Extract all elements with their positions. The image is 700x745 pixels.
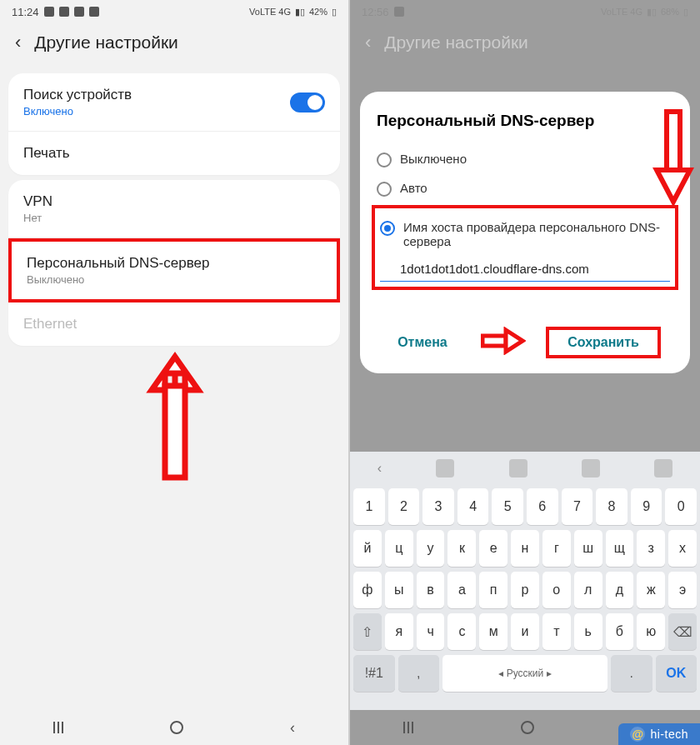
dns-hostname-input[interactable] [380, 258, 670, 282]
key-з[interactable]: з [637, 530, 665, 567]
phone-left: 11:24 VoLTE 4G ▮▯ 42% ▯ ‹ Другие настрой… [0, 0, 350, 745]
back-icon[interactable]: ‹ [15, 32, 21, 53]
key-м[interactable]: м [479, 613, 508, 650]
key-в[interactable]: в [417, 572, 445, 608]
radio-icon[interactable] [377, 152, 392, 168]
key-у[interactable]: у [417, 530, 445, 567]
emoji-icon[interactable] [436, 459, 454, 478]
key-х[interactable]: х [668, 530, 697, 567]
battery-icon: ▯ [332, 7, 337, 18]
signal-icon: ▮▯ [295, 7, 305, 18]
key-0[interactable]: 0 [665, 488, 697, 525]
key-6[interactable]: 6 [527, 488, 558, 525]
row-print[interactable]: Печать [8, 132, 340, 175]
radio-icon[interactable] [377, 182, 392, 197]
key-й[interactable]: й [353, 530, 382, 567]
row-title: Поиск устройств [23, 87, 325, 103]
key-ч[interactable]: ч [417, 613, 445, 650]
nav-recent-icon[interactable] [403, 722, 413, 733]
key-space[interactable]: ◂ Русский ▸ [442, 655, 608, 692]
key-о[interactable]: о [542, 572, 571, 608]
key-9[interactable]: 9 [631, 488, 662, 525]
kb-row-1: 1234567890 [353, 488, 697, 525]
kb-row-5: !#1,◂ Русский ▸.OK [353, 655, 697, 692]
key-р[interactable]: р [511, 572, 539, 608]
row-title: Печать [23, 145, 325, 162]
row-sub: Выключено [27, 273, 322, 286]
key-3[interactable]: 3 [422, 488, 454, 525]
key-е[interactable]: е [479, 530, 508, 567]
radio-hostname[interactable]: Имя хоста провайдера персонального DNS-с… [380, 213, 670, 255]
key-д[interactable]: д [606, 572, 634, 608]
key-н[interactable]: н [511, 530, 539, 567]
key-э[interactable]: э [668, 572, 697, 608]
row-device-search[interactable]: Поиск устройств Включено [8, 73, 340, 132]
key-OK[interactable]: OK [656, 655, 698, 692]
key-г[interactable]: г [542, 530, 571, 567]
key-я[interactable]: я [385, 613, 413, 650]
key-7[interactable]: 7 [562, 488, 593, 525]
row-personal-dns[interactable]: Персональный DNS-сервер Выключено [8, 238, 340, 302]
key-т[interactable]: т [542, 613, 571, 650]
toggle-on-icon[interactable] [290, 92, 325, 112]
key-л[interactable]: л [574, 572, 602, 608]
page-header: ‹ Другие настройки [0, 23, 348, 68]
key-щ[interactable]: щ [606, 530, 634, 567]
annotation-arrow-down-icon [650, 108, 697, 208]
kb-row-3: фывапролджэ [353, 572, 697, 608]
nav-recent-icon[interactable] [53, 722, 63, 733]
nav-home-icon[interactable] [170, 721, 183, 734]
nav-back-icon[interactable]: ‹ [290, 719, 295, 737]
key-ш[interactable]: ш [574, 530, 602, 567]
settings-card-2: VPN Нет Персональный DNS-сервер Выключен… [8, 180, 340, 346]
key-ь[interactable]: ь [574, 613, 602, 650]
key-п[interactable]: п [479, 572, 508, 608]
gear-icon[interactable] [582, 459, 600, 478]
annotation-arrow-up-icon [142, 348, 208, 482]
row-ethernet[interactable]: Ethernet [8, 302, 340, 346]
row-title: Ethernet [23, 316, 325, 332]
row-title: Персональный DNS-сервер [27, 255, 322, 272]
key-2[interactable]: 2 [388, 488, 420, 525]
key-!#1[interactable]: !#1 [353, 655, 395, 692]
radio-label: Выключено [400, 152, 467, 166]
radio-checked-icon[interactable] [380, 221, 395, 236]
key-4[interactable]: 4 [458, 488, 489, 525]
key-к[interactable]: к [448, 530, 476, 567]
page-header-dim: ‹ Другие настройки [350, 23, 700, 68]
sticker-icon[interactable] [509, 459, 528, 478]
radio-auto[interactable]: Авто [377, 174, 673, 203]
key-⇧[interactable]: ⇧ [353, 613, 382, 650]
phone-right: 12:56 VoLTE 4G ▮▯ 68% ▯ ‹ Другие настрой… [350, 0, 700, 745]
key-ф[interactable]: ф [353, 572, 382, 608]
key-ц[interactable]: ц [385, 530, 413, 567]
key-с[interactable]: с [448, 613, 476, 650]
row-vpn[interactable]: VPN Нет [8, 180, 340, 238]
key-б[interactable]: б [606, 613, 634, 650]
nav-home-icon[interactable] [521, 721, 534, 734]
key-.[interactable]: . [611, 655, 652, 692]
cancel-button[interactable]: Отмена [389, 330, 456, 355]
svg-rect-0 [165, 386, 185, 478]
key-,[interactable]: , [398, 655, 440, 692]
key-и[interactable]: и [511, 613, 539, 650]
keyboard-toolbar: ‹ [350, 452, 700, 485]
key-1[interactable]: 1 [353, 488, 385, 525]
radio-off[interactable]: Выключено [377, 145, 673, 174]
page-title: Другие настройки [384, 32, 528, 52]
key-⌫[interactable]: ⌫ [668, 613, 697, 650]
key-ю[interactable]: ю [637, 613, 665, 650]
svg-rect-2 [667, 112, 680, 170]
key-5[interactable]: 5 [492, 488, 523, 525]
status-app-icon [89, 7, 99, 17]
key-ы[interactable]: ы [385, 572, 413, 608]
keyboard-mode-icon[interactable] [654, 459, 672, 478]
key-ж[interactable]: ж [637, 572, 665, 608]
row-sub: Включено [23, 105, 325, 118]
key-8[interactable]: 8 [596, 488, 628, 525]
keyboard[interactable]: ‹ 1234567890 йцукенгшщзх фывапролджэ ⇧яч… [350, 452, 700, 710]
dialog-buttons: Отмена Сохранить [377, 327, 673, 358]
key-а[interactable]: а [448, 572, 476, 608]
kb-chevron-icon[interactable]: ‹ [378, 461, 382, 476]
save-button[interactable]: Сохранить [546, 327, 661, 358]
